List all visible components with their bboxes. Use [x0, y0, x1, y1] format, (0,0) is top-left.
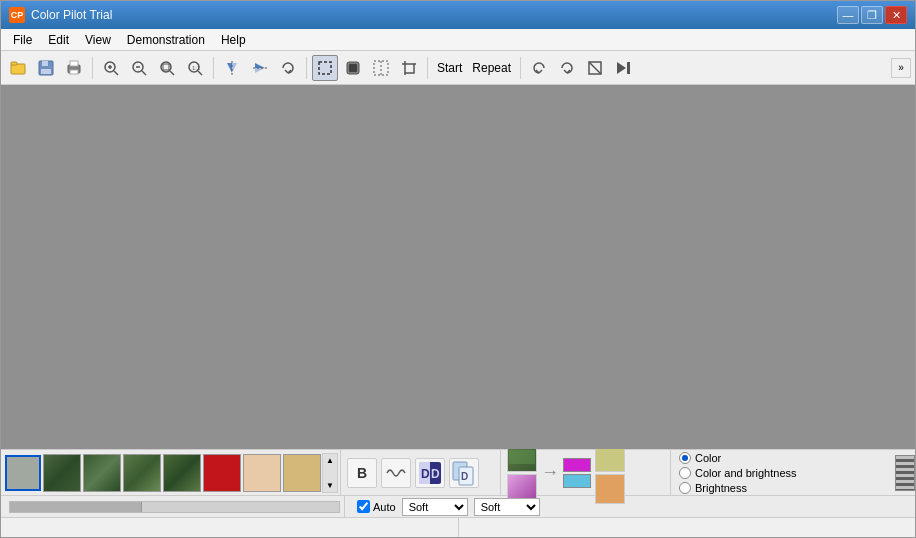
color-arrow[interactable]: →	[541, 462, 559, 483]
rotate-cw-button[interactable]	[554, 55, 580, 81]
svg-rect-6	[70, 61, 78, 66]
radio-color-label: Color	[695, 452, 721, 464]
repeat-label[interactable]: Repeat	[468, 61, 515, 75]
canvas-area[interactable]	[1, 85, 915, 449]
zoom-actual-icon: 1:1	[187, 60, 203, 76]
bottom-controls: Auto Soft Hard Medium Soft Hard Medium	[1, 496, 915, 517]
wave-icon	[384, 461, 408, 485]
crop-button[interactable]	[396, 55, 422, 81]
wave-button[interactable]	[381, 458, 411, 488]
zoom-in-button[interactable]	[98, 55, 124, 81]
stop-icon	[586, 59, 604, 77]
sep2	[213, 57, 214, 79]
svg-rect-7	[70, 70, 78, 74]
menu-demonstration[interactable]: Demonstration	[119, 31, 213, 49]
svg-line-9	[114, 71, 118, 75]
thumbnail-6[interactable]	[243, 454, 281, 492]
bold-icon: B	[357, 465, 367, 481]
auto-checkbox-row: Auto	[357, 500, 396, 513]
rotate-button[interactable]	[275, 55, 301, 81]
select-round-button[interactable]	[340, 55, 366, 81]
more-button[interactable]: »	[891, 58, 911, 78]
sep4	[427, 57, 428, 79]
thumbnail-scrollbar-area	[5, 496, 345, 517]
bottom-panel: ▲ ▼ B	[1, 449, 915, 517]
radio-brightness[interactable]	[679, 482, 691, 494]
menu-view[interactable]: View	[77, 31, 119, 49]
svg-rect-4	[41, 69, 51, 74]
flip-v-icon	[251, 59, 269, 77]
thumbnail-scrollbar-thumb	[10, 502, 142, 512]
color-swatch-1[interactable]	[563, 458, 591, 472]
window-title: Color Pilot Trial	[31, 8, 837, 22]
svg-rect-17	[163, 64, 169, 70]
radio-panel: Color Color and brightness Brightness	[671, 448, 891, 498]
thumbnail-scrollbar[interactable]	[9, 501, 340, 513]
save-button[interactable]	[33, 55, 59, 81]
dropdown-2[interactable]: Soft Hard Medium	[474, 498, 540, 516]
svg-text:D: D	[431, 467, 440, 481]
zoom-fit-button[interactable]	[154, 55, 180, 81]
dropdown-1[interactable]: Soft Hard Medium	[402, 498, 468, 516]
radio-color-brightness[interactable]	[679, 467, 691, 479]
radio-and-stripe: Color Color and brightness Brightness	[671, 450, 915, 495]
bold-button[interactable]: B	[347, 458, 377, 488]
flip-h-button[interactable]	[219, 55, 245, 81]
svg-text:D: D	[461, 471, 468, 482]
thumbnail-1[interactable]	[43, 454, 81, 492]
texture1-icon	[509, 450, 535, 464]
thumbnail-4[interactable]	[163, 454, 201, 492]
svg-line-16	[170, 71, 174, 75]
skip-icon	[614, 59, 632, 77]
magic-select-button[interactable]	[368, 55, 394, 81]
bottom-top: ▲ ▼ B	[1, 450, 915, 496]
thumbnail-5[interactable]	[203, 454, 241, 492]
zoom-out-button[interactable]	[126, 55, 152, 81]
select-rect-button[interactable]	[312, 55, 338, 81]
svg-line-19	[198, 71, 202, 75]
svg-text:1:1: 1:1	[192, 65, 201, 71]
skip-button[interactable]	[610, 55, 636, 81]
svg-rect-23	[319, 62, 331, 74]
open-button[interactable]	[5, 55, 31, 81]
zoom-actual-button[interactable]: 1:1	[182, 55, 208, 81]
thumbnail-0[interactable]	[5, 455, 41, 491]
crop-icon	[400, 59, 418, 77]
thumbnail-3[interactable]	[123, 454, 161, 492]
invert-icon: D D	[417, 460, 443, 486]
svg-rect-28	[405, 64, 414, 73]
menu-help[interactable]: Help	[213, 31, 254, 49]
rotate-ccw-button[interactable]	[526, 55, 552, 81]
menu-edit[interactable]: Edit	[40, 31, 77, 49]
thumb-scroll[interactable]: ▲ ▼	[322, 453, 338, 493]
edit-tools: B D D	[341, 450, 501, 495]
copy-style-button[interactable]: D	[449, 458, 479, 488]
svg-rect-25	[349, 64, 357, 72]
thumb-scroll-down[interactable]: ▼	[323, 481, 337, 492]
menu-file[interactable]: File	[5, 31, 40, 49]
close-button[interactable]: ✕	[885, 6, 907, 24]
svg-rect-36	[627, 62, 630, 74]
invert-button[interactable]: D D	[415, 458, 445, 488]
app-wrapper: CP Color Pilot Trial — ❐ ✕ File Edit Vie…	[1, 1, 915, 537]
start-label[interactable]: Start	[433, 61, 466, 75]
rotate-cw-icon	[558, 59, 576, 77]
flip-v-button[interactable]	[247, 55, 273, 81]
thumb-scroll-up[interactable]: ▲	[323, 454, 337, 465]
restore-button[interactable]: ❐	[861, 6, 883, 24]
minimize-button[interactable]: —	[837, 6, 859, 24]
radio-color-row: Color	[679, 452, 883, 464]
color-swatch-2[interactable]	[563, 474, 591, 488]
radio-color-brightness-row: Color and brightness	[679, 467, 883, 479]
app-icon: CP	[9, 7, 25, 23]
stop-button[interactable]	[582, 55, 608, 81]
thumbnail-2[interactable]	[83, 454, 121, 492]
auto-label: Auto	[373, 501, 396, 513]
svg-rect-26	[374, 61, 388, 75]
thumbnail-7[interactable]	[283, 454, 321, 492]
radio-color[interactable]	[679, 452, 691, 464]
svg-line-34	[589, 62, 601, 74]
auto-checkbox[interactable]	[357, 500, 370, 513]
zoom-fit-icon	[159, 60, 175, 76]
print-button[interactable]	[61, 55, 87, 81]
